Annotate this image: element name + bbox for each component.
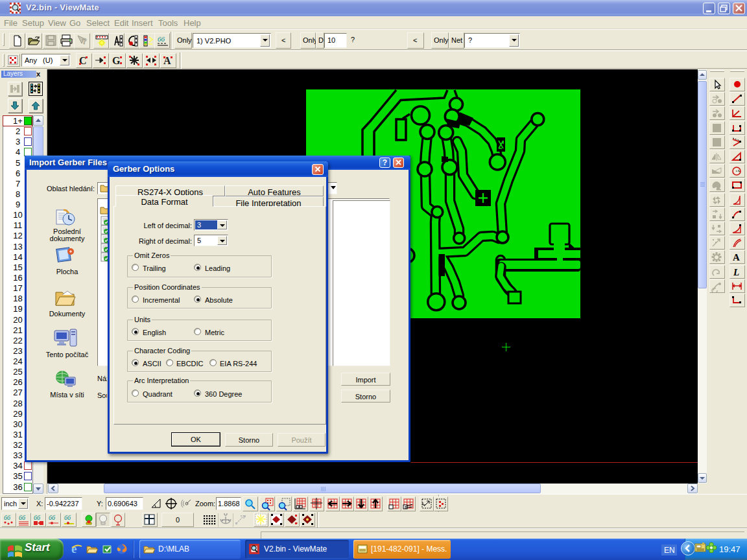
svg-text:66: 66: [49, 514, 55, 521]
svg-text:G: G: [112, 55, 121, 66]
svg-text:L: L: [733, 267, 739, 277]
svg-text:66: 66: [34, 514, 40, 521]
svg-text:A: A: [733, 252, 740, 262]
svg-text:66: 66: [158, 35, 165, 43]
svg-text:66: 66: [64, 514, 71, 521]
svg-text:66: 66: [4, 514, 10, 521]
svg-text:66: 66: [19, 514, 25, 521]
svg-text:?: ?: [82, 36, 87, 46]
svg-text:e: e: [71, 542, 77, 555]
